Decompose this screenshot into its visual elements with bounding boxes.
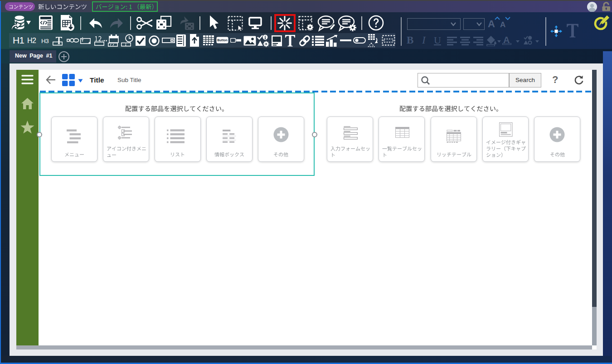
- svg-text:Button: Button: [217, 39, 228, 42]
